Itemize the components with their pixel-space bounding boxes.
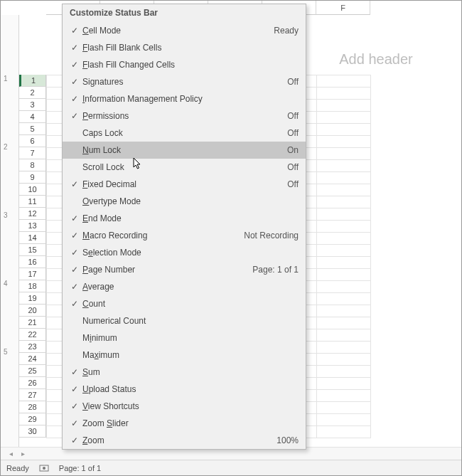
- row-header[interactable]: 24: [19, 353, 46, 365]
- menu-item-view-shortcuts[interactable]: ✓View Shortcuts: [63, 398, 306, 415]
- menu-item-label: Sum: [82, 367, 299, 377]
- row-header[interactable]: 29: [19, 413, 46, 425]
- menu-item-fixed-decimal[interactable]: ✓Fixed DecimalOff: [63, 176, 306, 193]
- column-header-f[interactable]: F: [316, 1, 370, 15]
- menu-item-page-number[interactable]: ✓Page NumberPage: 1 of 1: [63, 261, 306, 278]
- row-header[interactable]: 7: [19, 147, 46, 159]
- cell[interactable]: [317, 414, 371, 426]
- row-header[interactable]: 20: [19, 305, 46, 317]
- menu-item-state: Off: [281, 128, 299, 138]
- row-header[interactable]: 10: [19, 184, 46, 196]
- row-header[interactable]: 21: [19, 317, 46, 329]
- menu-item-zoom-slider[interactable]: ✓Zoom Slider: [63, 415, 306, 432]
- row-header[interactable]: 16: [19, 256, 46, 268]
- tab-prev-icon[interactable]: ◂: [9, 450, 13, 458]
- menu-item-label: Average: [82, 282, 299, 292]
- row-header[interactable]: 23: [19, 341, 46, 353]
- cell[interactable]: [317, 196, 371, 208]
- menu-item-macro-recording[interactable]: ✓Macro RecordingNot Recording: [63, 227, 306, 244]
- cell[interactable]: [317, 317, 371, 329]
- menu-item-overtype-mode[interactable]: Overtype Mode: [63, 193, 306, 210]
- menu-item-cell-mode[interactable]: ✓Cell ModeReady: [63, 22, 306, 39]
- row-header[interactable]: 5: [19, 123, 46, 135]
- row-header[interactable]: 2: [19, 87, 46, 99]
- row-header[interactable]: 3: [19, 99, 46, 111]
- row-header[interactable]: 25: [19, 365, 46, 377]
- cell[interactable]: [317, 100, 371, 112]
- menu-item-signatures[interactable]: ✓SignaturesOff: [63, 73, 306, 90]
- row-header[interactable]: 11: [19, 196, 46, 208]
- checkmark-icon: ✓: [67, 94, 82, 104]
- cell[interactable]: [317, 305, 371, 317]
- cell[interactable]: [317, 329, 371, 342]
- cell[interactable]: [317, 221, 371, 233]
- cell[interactable]: [317, 160, 371, 172]
- row-header[interactable]: 27: [19, 389, 46, 401]
- page-header-placeholder[interactable]: Add header: [291, 43, 461, 75]
- cell[interactable]: [317, 257, 371, 269]
- cell[interactable]: [317, 293, 371, 305]
- cell[interactable]: [317, 172, 371, 184]
- cell[interactable]: [317, 402, 371, 414]
- cell[interactable]: [317, 342, 371, 354]
- row-header[interactable]: 4: [19, 111, 46, 123]
- menu-item-maximum[interactable]: Maximum: [63, 347, 306, 364]
- menu-item-label: Signatures: [82, 77, 281, 87]
- row-header[interactable]: 17: [19, 268, 46, 280]
- cell[interactable]: [317, 208, 371, 221]
- menu-item-end-mode[interactable]: ✓End Mode: [63, 210, 306, 227]
- svg-point-1: [43, 467, 45, 470]
- cell[interactable]: [317, 390, 371, 402]
- cell[interactable]: [317, 281, 371, 293]
- row-header[interactable]: 15: [19, 244, 46, 256]
- row-header[interactable]: 14: [19, 232, 46, 244]
- cell[interactable]: [317, 88, 371, 100]
- checkmark-icon: ✓: [67, 435, 82, 445]
- cell[interactable]: [317, 426, 371, 438]
- cell[interactable]: [317, 124, 371, 136]
- menu-item-numerical-count[interactable]: Numerical Count: [63, 312, 306, 329]
- cell[interactable]: [317, 269, 371, 281]
- cell[interactable]: [317, 378, 371, 390]
- menu-item-sum[interactable]: ✓Sum: [63, 364, 306, 381]
- cell[interactable]: [317, 136, 371, 148]
- row-header[interactable]: 1: [19, 75, 46, 87]
- row-header[interactable]: 8: [19, 159, 46, 171]
- row-header[interactable]: 19: [19, 292, 46, 305]
- row-header[interactable]: 22: [19, 329, 46, 341]
- cell[interactable]: [317, 233, 371, 245]
- row-header[interactable]: 28: [19, 401, 46, 413]
- row-headers: 1234567891011121314151617181920212223242…: [19, 15, 46, 460]
- menu-item-permissions[interactable]: ✓PermissionsOff: [63, 107, 306, 125]
- cell[interactable]: [317, 148, 371, 160]
- row-header[interactable]: 18: [19, 280, 46, 292]
- row-header[interactable]: 26: [19, 377, 46, 389]
- menu-item-average[interactable]: ✓Average: [63, 278, 306, 295]
- cell[interactable]: [317, 245, 371, 257]
- menu-item-count[interactable]: ✓Count: [63, 295, 306, 312]
- menu-item-information-management-policy[interactable]: ✓Information Management Policy: [63, 90, 306, 107]
- tab-next-icon[interactable]: ▸: [21, 450, 25, 458]
- menu-item-caps-lock[interactable]: Caps LockOff: [63, 125, 306, 142]
- menu-item-flash-fill-changed-cells[interactable]: ✓Flash Fill Changed Cells: [63, 56, 306, 73]
- menu-item-num-lock[interactable]: Num LockOn: [63, 142, 306, 159]
- status-bar[interactable]: Ready Page: 1 of 1: [1, 460, 461, 475]
- customize-status-bar-menu[interactable]: Customize Status Bar ✓Cell ModeReady✓Fla…: [62, 4, 306, 450]
- menu-item-upload-status[interactable]: ✓Upload Status: [63, 381, 306, 398]
- menu-item-zoom[interactable]: ✓Zoom100%: [63, 432, 306, 449]
- row-header[interactable]: 12: [19, 208, 46, 220]
- row-header[interactable]: 30: [19, 425, 46, 438]
- cell[interactable]: [317, 354, 371, 366]
- row-header[interactable]: 6: [19, 135, 46, 147]
- row-header[interactable]: 13: [19, 220, 46, 232]
- menu-item-selection-mode[interactable]: ✓Selection Mode: [63, 244, 306, 261]
- menu-item-flash-fill-blank-cells[interactable]: ✓Flash Fill Blank Cells: [63, 39, 306, 56]
- row-header[interactable]: 9: [19, 171, 46, 184]
- cell[interactable]: [317, 75, 371, 88]
- cell[interactable]: [317, 184, 371, 196]
- cell[interactable]: [317, 112, 371, 124]
- menu-item-minimum[interactable]: Minimum: [63, 329, 306, 347]
- macro-record-icon[interactable]: [39, 464, 49, 472]
- cell[interactable]: [317, 366, 371, 378]
- menu-item-scroll-lock[interactable]: Scroll LockOff: [63, 159, 306, 176]
